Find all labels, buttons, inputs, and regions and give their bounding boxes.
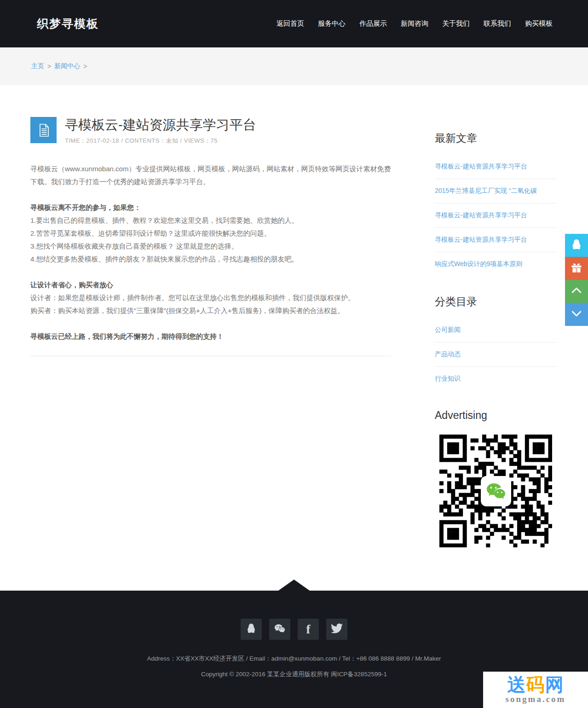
breadcrumb-separator: > [83, 63, 87, 70]
scroll-to-bottom-button[interactable] [565, 303, 588, 326]
watermark-en-text: songma.com [506, 694, 566, 704]
breadcrumb-separator: > [47, 63, 51, 70]
article-line: 购买者：购买本站资源，我们提供“三重保障”(担保交易+人工介入+售后服务)，保障… [30, 304, 391, 317]
nav-item-services[interactable]: 服务中心 [311, 15, 352, 33]
gift-icon [570, 261, 583, 276]
document-icon [30, 117, 57, 143]
qq-icon [570, 238, 583, 253]
article-section-guarantee: 让设计者省心，购买者放心 设计者：如果您是模板设计师，插件制作者。您可以在这里放… [30, 279, 391, 317]
latest-article-link[interactable]: 寻模板云-建站资源共享学习平台 [435, 155, 557, 179]
nav-item-portfolio[interactable]: 作品展示 [352, 15, 394, 33]
breadcrumb: 主页 > 新闻中心 > [0, 47, 588, 85]
article-closing-line: 寻模板云已经上路，我们将为此不懈努力，期待得到您的支持！ [30, 330, 391, 343]
chevron-up-icon [569, 283, 584, 300]
category-link-industry[interactable]: 行业知识 [435, 367, 557, 391]
nav-item-buy[interactable]: 购买模板 [518, 15, 559, 33]
songma-watermark: 送码网 songma.com [483, 672, 588, 708]
article-line: 3.想找个网络模板收藏夹存放自己喜爱的模板？ 这里就是您的选择。 [30, 240, 391, 253]
promotion-button[interactable] [565, 257, 588, 280]
category-link-company-news[interactable]: 公司新闻 [435, 318, 557, 342]
qq-social-button[interactable] [241, 619, 262, 640]
twitter-icon [331, 622, 343, 636]
page-title: 寻模板云-建站资源共享学习平台 [65, 117, 256, 133]
category-link-product-news[interactable]: 产品动态 [435, 342, 557, 367]
article-line: 设计者：如果您是模板设计师，插件制作者。您可以在这里放心出售您的模板和插件，我们… [30, 291, 391, 304]
category-heading: 分类目录 [435, 295, 557, 309]
scroll-to-top-button[interactable] [565, 280, 588, 303]
watermark-cn-text: 送码网 [507, 675, 564, 694]
floating-toolbar [565, 234, 588, 326]
latest-article-link[interactable]: 寻模板云-建站资源共享学习平台 [435, 203, 557, 228]
nav-item-contact[interactable]: 联系我们 [477, 15, 518, 33]
wechat-social-button[interactable] [269, 619, 290, 640]
latest-article-link[interactable]: 响应式Web设计的9项基本原则 [435, 252, 557, 276]
top-header: 织梦寻模板 返回首页 服务中心 作品展示 新闻咨询 关于我们 联系我们 购买模板 [0, 0, 588, 47]
advertising-heading: Advertising [435, 409, 557, 422]
article-divider [30, 356, 391, 356]
wechat-icon [481, 476, 511, 506]
nav-item-about[interactable]: 关于我们 [435, 15, 477, 33]
nav-item-news[interactable]: 新闻咨询 [394, 15, 435, 33]
article-line: 4.想结交更多热爱模板、插件的朋友？那就快来展示您的作品，寻找志趣相投的朋友吧。 [30, 253, 391, 266]
article-line: 1.要出售自己的得意模板、插件、教程？欢迎您来这里交易，找到需要她、欣赏她的人。 [30, 214, 391, 227]
article-paragraph: 寻模板云（www.xunmoban.com）专业提供网站模板，网页模板，网站源码… [30, 162, 391, 188]
social-links: f [0, 591, 588, 640]
breadcrumb-section-link[interactable]: 新闻中心 [54, 62, 80, 70]
article-meta: TIME：2017-02-18 / CONTENTS：未知 / VIEWS：75 [65, 137, 256, 145]
latest-article-link[interactable]: 寻模板云-建站资源共享学习平台 [435, 228, 557, 252]
article-body: 寻模板云（www.xunmoban.com）专业提供网站模板，网页模板，网站源码… [30, 162, 391, 356]
qq-icon [245, 622, 257, 636]
chevron-down-icon [569, 306, 584, 323]
twitter-social-button[interactable] [326, 619, 347, 640]
article-header: 寻模板云-建站资源共享学习平台 TIME：2017-02-18 / CONTEN… [30, 117, 391, 145]
article-column: 寻模板云-建站资源共享学习平台 TIME：2017-02-18 / CONTEN… [30, 85, 391, 356]
site-logo[interactable]: 织梦寻模板 [37, 16, 99, 31]
latest-articles-list: 寻模板云-建站资源共享学习平台 2015年兰博基尼工厂实现 “二氧化碳 寻模板云… [435, 155, 557, 276]
article-section-participate: 寻模板云离不开您的参与，如果您： 1.要出售自己的得意模板、插件、教程？欢迎您来… [30, 201, 391, 266]
article-subheading: 让设计者省心，购买者放心 [30, 279, 391, 291]
footer-address: Address：XX省XX市XX经济开发区 / Email：admin@xunm… [0, 655, 588, 663]
latest-articles-heading: 最新文章 [435, 131, 557, 145]
qq-contact-button[interactable] [565, 234, 588, 257]
wechat-icon [273, 622, 286, 637]
facebook-icon: f [306, 623, 311, 636]
qr-code [439, 435, 552, 547]
footer-notch-triangle [278, 580, 310, 591]
sidebar: 最新文章 寻模板云-建站资源共享学习平台 2015年兰博基尼工厂实现 “二氧化碳… [435, 85, 557, 547]
article-subheading: 寻模板云离不开您的参与，如果您： [30, 201, 391, 214]
article-line: 2.苦苦寻觅某套模板、迫切希望得到设计帮助？这里或许能很快解决您的问题。 [30, 227, 391, 240]
category-list: 公司新闻 产品动态 行业知识 [435, 318, 557, 391]
latest-article-link[interactable]: 2015年兰博基尼工厂实现 “二氧化碳 [435, 179, 557, 203]
facebook-social-button[interactable]: f [298, 619, 319, 640]
breadcrumb-home-link[interactable]: 主页 [31, 62, 44, 70]
nav-item-home[interactable]: 返回首页 [270, 15, 311, 33]
main-nav: 返回首页 服务中心 作品展示 新闻咨询 关于我们 联系我们 购买模板 [270, 15, 559, 33]
